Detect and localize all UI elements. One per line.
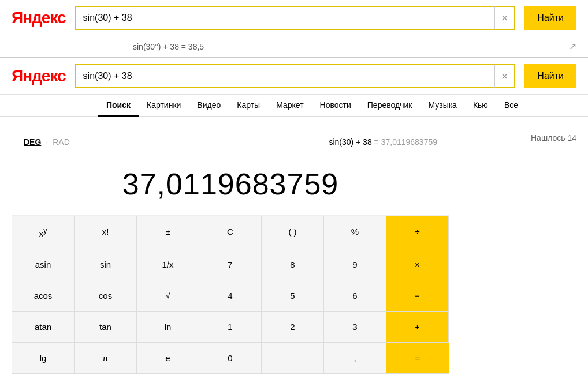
calc-section: DEG · RAD sin(30) + 38 = 37,0119683759 3… (12, 129, 449, 374)
calc-btn-equals[interactable]: = (386, 343, 449, 373)
calc-btn-plusminus[interactable]: ± (137, 216, 199, 249)
nav-item-news[interactable]: Новости (312, 95, 359, 117)
suggestion-row: sin(30°) + 38 = 38,5 ↗ (0, 36, 588, 58)
calc-buttons-grid: xy x! ± C ( ) % ÷ asin sin 1/x 7 8 9 × a… (12, 216, 449, 373)
calc-btn-3[interactable]: 3 (324, 312, 386, 343)
calc-btn-7[interactable]: 7 (199, 249, 262, 280)
calc-btn-xfact[interactable]: x! (75, 216, 137, 249)
calc-btn-tan[interactable]: tan (75, 312, 137, 343)
top-bar: Яндекс ✕ Найти (0, 0, 588, 36)
calc-btn-empty (262, 343, 324, 373)
top-clear-button[interactable]: ✕ (494, 6, 515, 30)
top-search-input[interactable] (75, 6, 516, 30)
side-section: Нашлось 14 (461, 129, 576, 374)
calc-btn-divide[interactable]: ÷ (386, 216, 449, 249)
top-logo: Яндекс (12, 9, 66, 27)
calc-btn-9[interactable]: 9 (324, 249, 386, 280)
calc-btn-5[interactable]: 5 (262, 280, 324, 312)
header-clear-button[interactable]: ✕ (494, 64, 515, 88)
calc-btn-0[interactable]: 0 (199, 343, 262, 373)
calc-btn-e[interactable]: e (137, 343, 199, 373)
header-search-button[interactable]: Найти (524, 64, 576, 88)
top-search-wrapper: ✕ (75, 6, 516, 30)
top-search-button[interactable]: Найти (524, 6, 576, 30)
calc-btn-clear[interactable]: C (199, 216, 262, 249)
calc-btn-asin[interactable]: asin (12, 249, 75, 280)
main-content: DEG · RAD sin(30) + 38 = 37,0119683759 3… (0, 117, 588, 382)
nav-item-market[interactable]: Маркет (268, 95, 311, 117)
deg-rad-separator: · (46, 137, 48, 147)
nav-item-maps[interactable]: Карты (229, 95, 268, 117)
nav-item-translate[interactable]: Переводчик (359, 95, 420, 117)
calc-btn-comma[interactable]: , (324, 343, 386, 373)
calc-btn-sin[interactable]: sin (75, 249, 137, 280)
nav-item-music[interactable]: Музыка (420, 95, 465, 117)
found-count: Нашлось 14 (531, 133, 576, 143)
nav-bar: Поиск Картинки Видео Карты Маркет Новост… (0, 95, 588, 117)
calc-btn-parens[interactable]: ( ) (262, 216, 324, 249)
calc-btn-ln[interactable]: ln (137, 312, 199, 343)
calc-expr-result: 37,0119683759 (381, 137, 437, 147)
nav-item-video[interactable]: Видео (189, 95, 229, 117)
calc-btn-multiply[interactable]: × (386, 249, 449, 280)
calc-btn-pi[interactable]: π (75, 343, 137, 373)
calc-btn-1[interactable]: 1 (199, 312, 262, 343)
calc-btn-reciprocal[interactable]: 1/x (137, 249, 199, 280)
header-search-wrapper: ✕ (75, 64, 516, 88)
calc-btn-percent[interactable]: % (324, 216, 386, 249)
nav-item-q[interactable]: Кью (465, 95, 496, 117)
calc-header: DEG · RAD sin(30) + 38 = 37,0119683759 (12, 129, 449, 155)
calc-result-display: 37,0119683759 (12, 155, 449, 216)
nav-item-search[interactable]: Поиск (98, 95, 139, 117)
calc-btn-8[interactable]: 8 (262, 249, 324, 280)
calc-btn-minus[interactable]: − (386, 280, 449, 312)
calc-btn-xy[interactable]: xy (12, 216, 75, 249)
nav-item-all[interactable]: Все (496, 95, 526, 117)
calc-btn-lg[interactable]: lg (12, 343, 75, 373)
calc-btn-sqrt[interactable]: √ (137, 280, 199, 312)
calc-btn-acos[interactable]: acos (12, 280, 75, 312)
calc-btn-4[interactable]: 4 (199, 280, 262, 312)
calc-expr-text: sin(30) + 38 (329, 137, 371, 147)
header-bar: Яндекс ✕ Найти (0, 58, 588, 95)
suggestion-arrow-icon: ↗ (569, 41, 576, 52)
header-logo: Яндекс (12, 67, 66, 85)
nav-item-images[interactable]: Картинки (139, 95, 189, 117)
rad-button[interactable]: RAD (53, 137, 70, 147)
calc-btn-cos[interactable]: cos (75, 280, 137, 312)
calc-btn-2[interactable]: 2 (262, 312, 324, 343)
suggestion-text: sin(30°) + 38 = 38,5 (133, 42, 204, 51)
calc-expression: sin(30) + 38 = 37,0119683759 (329, 137, 437, 147)
deg-button[interactable]: DEG (24, 137, 41, 147)
deg-rad-toggle: DEG · RAD (24, 137, 70, 147)
calc-btn-6[interactable]: 6 (324, 280, 386, 312)
calc-btn-atan[interactable]: atan (12, 312, 75, 343)
header-search-input[interactable] (75, 64, 516, 88)
calc-expr-equals: = (374, 137, 381, 147)
calc-btn-plus[interactable]: + (386, 312, 449, 343)
calc-widget: DEG · RAD sin(30) + 38 = 37,0119683759 3… (12, 129, 449, 374)
